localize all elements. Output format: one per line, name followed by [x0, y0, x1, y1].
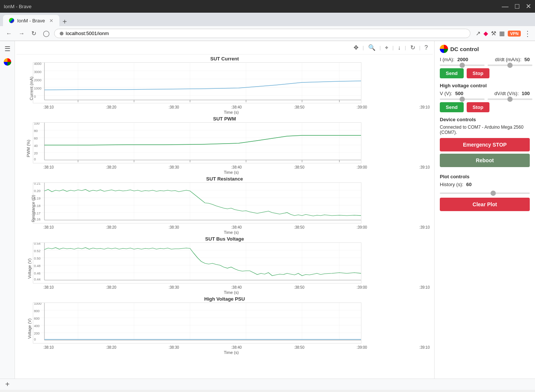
svg-text:0: 0: [34, 95, 36, 98]
extensions-icon[interactable]: ⚒: [491, 30, 496, 37]
minimize-btn[interactable]: —: [502, 3, 508, 10]
tab-label: IonM - Brave: [17, 18, 45, 23]
brave-shield-icon[interactable]: ◆: [483, 30, 488, 37]
sidebar-toggle: ☰: [0, 41, 15, 379]
sidebar-panel-icon[interactable]: ☰: [4, 45, 10, 53]
chart-sut-current-xlabel: Time (s): [33, 110, 430, 115]
tab-ionm[interactable]: IonM - Brave ✕: [3, 15, 59, 26]
charts-bottom-spacer: [16, 356, 433, 364]
svg-text:0.48: 0.48: [34, 264, 41, 268]
dc-sliders-row: [440, 65, 530, 66]
svg-text:4000: 4000: [34, 62, 41, 66]
svg-text:400: 400: [34, 324, 40, 328]
chart-sut-bus-voltage: SUT Bus Voltage Voltage (V) 0.54 0.52 0.…: [19, 236, 430, 295]
share-icon[interactable]: ↗: [476, 30, 480, 37]
zoom-tool-icon[interactable]: 🔍: [367, 43, 377, 52]
refresh-tool-icon[interactable]: ↻: [409, 43, 416, 52]
svg-text:0: 0: [34, 338, 36, 341]
svg-text:20: 20: [34, 151, 38, 155]
forward-btn[interactable]: →: [16, 29, 27, 38]
device-status-text: Connected to COM7 - Arduino Mega 2560 (C…: [440, 125, 530, 135]
chart-sut-resistance: SUT Resistance Resistance (Ω) 0.21 0.20 …: [19, 176, 430, 235]
svg-text:0.20: 0.20: [34, 189, 41, 193]
chart-hv-psu: High Voltage PSU Voltage (V) 1000 800 60…: [19, 296, 430, 355]
svg-text:200: 200: [34, 332, 40, 335]
svg-text:40: 40: [34, 144, 38, 148]
chart-sut-resistance-svg: 0.21 0.20 0.19 0.18 0.17 0.16: [33, 182, 361, 223]
chart-sut-current-wrap: Current (mA) 4000 3000 2000 1000 0: [19, 62, 430, 115]
dc-current-slider[interactable]: [440, 65, 485, 66]
history-slider[interactable]: [440, 192, 530, 194]
hv-voltage-slider[interactable]: [440, 98, 485, 100]
reboot-button[interactable]: Reboot: [440, 154, 530, 167]
chart-sut-pwm-xticks: :38:10:38:20:38:30:38:40:38:50:39:00:39:…: [33, 165, 430, 169]
chart-sut-bus-voltage-xticks: :38:10:38:20:38:30:38:40:38:50:39:00:39:…: [33, 285, 430, 289]
hv-buttons-row: Send Stop: [440, 102, 530, 112]
nav-right-icons: ↗ ◆ ⚒ ▦ VPN ⋮: [476, 29, 531, 38]
hv-dvdt-value: 100: [522, 91, 530, 96]
chart-sut-bus-voltage-ylabel: Voltage (V): [27, 258, 32, 279]
svg-text:0.54: 0.54: [34, 242, 41, 245]
vpn-badge[interactable]: VPN: [508, 31, 521, 37]
new-tab-btn[interactable]: +: [62, 18, 67, 26]
hv-sliders-row: [440, 98, 530, 100]
crosshair-tool-icon[interactable]: ⌖: [384, 44, 389, 52]
chart-sut-resistance-xticks: :38:10:38:20:38:30:38:40:38:50:39:00:39:…: [33, 225, 430, 229]
emergency-stop-button[interactable]: Emergency STOP: [440, 138, 530, 151]
svg-text:3000: 3000: [34, 70, 41, 74]
hv-control-title: High voltage control: [440, 83, 530, 88]
history-value: 60: [466, 182, 472, 187]
hv-stop-button[interactable]: Stop: [467, 102, 489, 112]
chart-sut-pwm-svg: 100 80 60 40 20 0: [33, 122, 361, 163]
right-panel: DC control I (mA): 2000 dI/dt (mA/s): 50…: [434, 41, 535, 379]
add-chart-btn[interactable]: +: [5, 380, 10, 389]
bookmark-btn[interactable]: ◯: [41, 28, 52, 38]
chart-sut-resistance-wrap: Resistance (Ω) 0.21 0.20 0.19 0.18 0.17 …: [19, 182, 430, 235]
chart-sut-current: SUT Current Current (mA) 4000 3000 2000: [19, 56, 430, 115]
hv-voltage-row: V (V): 500 dV/dt (V/s): 100: [440, 91, 530, 96]
chart-hv-psu-svg-area: 1000 800 600 400 200 0: [33, 302, 430, 349]
move-tool-icon[interactable]: ✥: [352, 43, 360, 52]
dc-stop-button[interactable]: Stop: [467, 68, 489, 78]
svg-text:0.46: 0.46: [34, 272, 41, 275]
svg-text:0.21: 0.21: [34, 182, 41, 185]
url-text: localhost:5001/ionm: [66, 31, 109, 36]
layout-icon[interactable]: ▦: [499, 30, 505, 37]
device-controls-title: Device controls: [440, 117, 530, 122]
panel-logo: [440, 45, 448, 53]
svg-text:0: 0: [34, 157, 36, 161]
svg-text:0.50: 0.50: [34, 257, 41, 260]
ssl-icon: [60, 32, 63, 35]
history-label: History (s):: [440, 182, 463, 187]
svg-text:2000: 2000: [34, 78, 41, 82]
dc-didt-slider[interactable]: [488, 65, 532, 66]
nav-bar: ← → ↻ ◯ localhost:5001/ionm ↗ ◆ ⚒ ▦ VPN …: [0, 26, 535, 41]
chart-hv-psu-xlabel: Time (s): [33, 350, 430, 355]
back-btn[interactable]: ←: [4, 29, 14, 38]
chart-sut-bus-voltage-xlabel: Time (s): [33, 290, 430, 295]
chart-sut-bus-voltage-title: SUT Bus Voltage: [19, 236, 430, 242]
app-logo: [4, 58, 11, 66]
chart-hv-psu-wrap: Voltage (V) 1000 800 600 400 200 0: [19, 302, 430, 355]
download-tool-icon[interactable]: ↓: [396, 44, 402, 52]
clear-plot-button[interactable]: Clear Plot: [440, 198, 530, 211]
chart-sut-pwm-xlabel: Time (s): [33, 170, 430, 175]
hv-dvdt-slider[interactable]: [488, 98, 532, 100]
maximize-btn[interactable]: ☐: [514, 3, 520, 10]
reload-btn[interactable]: ↻: [29, 28, 38, 38]
hv-send-button[interactable]: Send: [440, 102, 464, 112]
chart-hv-psu-title: High Voltage PSU: [19, 296, 430, 302]
dc-send-button[interactable]: Send: [440, 68, 464, 78]
menu-icon[interactable]: ⋮: [524, 29, 531, 38]
chart-sut-bus-voltage-wrap: Voltage (V) 0.54 0.52 0.50 0.48 0.46 0.4…: [19, 242, 430, 295]
chart-sut-resistance-title: SUT Resistance: [19, 176, 430, 182]
close-btn[interactable]: ✕: [526, 2, 531, 10]
hv-dvdt-label: dV/dt (V/s):: [494, 91, 519, 96]
chart-sut-current-ylabel: Current (mA): [29, 76, 34, 100]
chart-hv-psu-ylabel: Voltage (V): [27, 319, 32, 339]
tab-close-icon[interactable]: ✕: [49, 18, 53, 23]
history-row: History (s): 60: [440, 182, 530, 187]
url-bar[interactable]: localhost:5001/ionm: [54, 29, 470, 38]
chart-sut-resistance-ylabel: Resistance (Ω): [31, 195, 35, 222]
help-tool-icon[interactable]: ?: [423, 44, 429, 52]
